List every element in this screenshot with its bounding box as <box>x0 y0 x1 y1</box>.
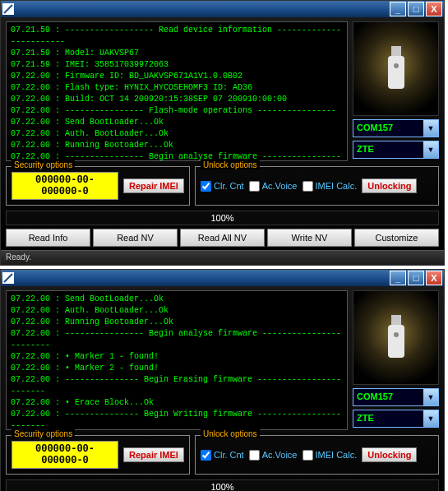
com-port-select[interactable]: COM157 ▼ <box>353 388 439 406</box>
unlocking-button[interactable]: Unlocking <box>362 447 417 462</box>
security-options-group: Security options 000000-00-000000-0 Repa… <box>6 435 190 475</box>
security-options-group: Security options 000000-00-000000-0 Repa… <box>6 166 190 206</box>
security-label: Security options <box>12 429 75 438</box>
close-button[interactable]: X <box>426 2 442 16</box>
imei-calc-checkbox[interactable]: IMEI Calc. <box>303 181 358 192</box>
imei-input[interactable]: 000000-00-000000-0 <box>12 441 118 469</box>
customize-button[interactable]: Customize <box>354 229 439 247</box>
log-line: 07.22.00 : --------------- Begin Erasing… <box>11 374 343 397</box>
usb-device-image <box>353 290 439 385</box>
app-window: _ □ X 07.22.00 : Send BootLoader...Ok 07… <box>0 269 445 491</box>
log-line: 07.21.59 : IMEI: 358517039972063 <box>11 59 343 71</box>
brand-select[interactable]: ZTE ▼ <box>353 410 439 428</box>
progress-text: 100% <box>6 479 439 491</box>
unlock-options-group: Unlock options Clr. Cnt Ac.Voice IMEI Ca… <box>195 435 439 475</box>
clr-cnt-checkbox[interactable]: Clr. Cnt <box>201 181 244 192</box>
read-nv-button[interactable]: Read NV <box>93 229 178 247</box>
maximize-button[interactable]: □ <box>408 271 424 285</box>
log-line: 07.22.00 : • Marker 1 - found! <box>11 351 343 363</box>
log-line: 07.22.00 : • Erace Block...Ok <box>11 397 343 409</box>
titlebar[interactable]: _ □ X <box>1 1 444 17</box>
com-port-value: COM157 <box>353 389 423 405</box>
log-line: 07.22.00 : Auth. BootLoader...Ok <box>11 128 343 140</box>
status-bar: Ready. <box>1 250 444 265</box>
close-button[interactable]: X <box>426 271 442 285</box>
svg-rect-3 <box>391 315 401 325</box>
unlock-label: Unlock options <box>201 160 260 169</box>
chevron-down-icon[interactable]: ▼ <box>423 410 438 427</box>
com-port-select[interactable]: COM157 ▼ <box>353 119 439 137</box>
security-label: Security options <box>12 160 75 169</box>
log-line: 07.22.00 : Send BootLoader...Ok <box>11 294 343 305</box>
app-icon <box>2 272 14 284</box>
app-window: _ □ X 07.21.59 : ------------------ Read… <box>0 0 445 266</box>
chevron-down-icon[interactable]: ▼ <box>423 389 438 405</box>
log-line: 07.22.00 : ---------------- Begin analys… <box>11 328 343 351</box>
imei-calc-checkbox[interactable]: IMEI Calc. <box>303 450 358 461</box>
log-line: 07.22.00 : Build: OCT 14 200920:15:38SEP… <box>11 94 343 105</box>
chevron-down-icon[interactable]: ▼ <box>423 141 438 158</box>
log-line: 07.22.00 : • Marker 2 - found! <box>11 363 343 374</box>
repair-imei-button[interactable]: Repair IMEI <box>123 178 184 193</box>
log-line: 07.22.00 : Flash type: HYNIX_HYCOSEHOMF3… <box>11 82 343 94</box>
brand-select[interactable]: ZTE ▼ <box>353 141 439 159</box>
svg-point-2 <box>394 63 399 68</box>
com-port-value: COM157 <box>353 120 423 137</box>
svg-rect-4 <box>388 325 404 358</box>
log-line: 07.22.00 : ---------------- Flash-mode o… <box>11 105 343 117</box>
log-line: 07.22.00 : Auth. BootLoader...Ok <box>11 305 343 317</box>
read-info-button[interactable]: Read Info <box>6 229 90 247</box>
bottom-toolbar: Read Info Read NV Read All NV Write NV C… <box>6 229 439 250</box>
log-line: 07.22.00 : --------------- Begin Writing… <box>11 409 343 430</box>
ac-voice-checkbox[interactable]: Ac.Voice <box>249 450 298 461</box>
log-line: 07.21.59 : Model: UAKVSP67 <box>11 48 343 59</box>
brand-value: ZTE <box>353 141 423 158</box>
log-line: 07.21.59 : ------------------ Read devic… <box>11 25 343 48</box>
imei-input[interactable]: 000000-00-000000-0 <box>12 172 118 200</box>
svg-rect-0 <box>391 46 401 56</box>
titlebar[interactable]: _ □ X <box>1 270 444 286</box>
svg-point-5 <box>394 332 399 337</box>
ac-voice-checkbox[interactable]: Ac.Voice <box>249 181 298 192</box>
side-panel: COM157 ▼ ZTE ▼ <box>353 21 439 161</box>
log-line: 07.22.00 : Running Bootoader...Ok <box>11 140 343 151</box>
brand-value: ZTE <box>353 410 423 427</box>
read-all-nv-button[interactable]: Read All NV <box>180 229 265 247</box>
side-panel: COM157 ▼ ZTE ▼ <box>353 290 439 430</box>
clr-cnt-checkbox[interactable]: Clr. Cnt <box>201 450 244 461</box>
chevron-down-icon[interactable]: ▼ <box>423 120 438 137</box>
svg-rect-1 <box>388 56 404 89</box>
log-line: 07.22.00 : Running Bootoader...Ok <box>11 317 343 328</box>
log-line: 07.22.00 : Send BootLoader...Ok <box>11 117 343 128</box>
unlock-label: Unlock options <box>201 429 260 438</box>
maximize-button[interactable]: □ <box>408 2 424 16</box>
write-nv-button[interactable]: Write NV <box>267 229 352 247</box>
minimize-button[interactable]: _ <box>390 2 406 16</box>
unlocking-button[interactable]: Unlocking <box>362 178 417 193</box>
unlock-options-group: Unlock options Clr. Cnt Ac.Voice IMEI Ca… <box>195 166 439 206</box>
usb-device-image <box>353 21 439 116</box>
minimize-button[interactable]: _ <box>390 271 406 285</box>
repair-imei-button[interactable]: Repair IMEI <box>123 447 184 462</box>
progress-text: 100% <box>6 211 439 225</box>
app-icon <box>2 3 14 15</box>
log-console[interactable]: 07.22.00 : Send BootLoader...Ok 07.22.00… <box>6 290 348 430</box>
log-console[interactable]: 07.21.59 : ------------------ Read devic… <box>6 21 348 161</box>
log-line: 07.22.00 : Firmware ID: BD_UAKVSP671A1V1… <box>11 71 343 82</box>
